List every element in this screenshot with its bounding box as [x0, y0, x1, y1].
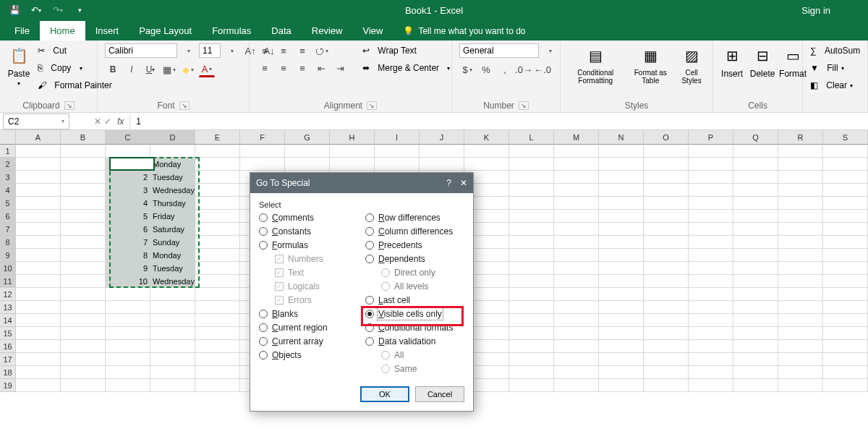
cell-I1[interactable]	[375, 145, 420, 158]
cell-S7[interactable]	[823, 223, 868, 236]
cell-A19[interactable]	[16, 379, 61, 392]
cell-Q8[interactable]	[733, 236, 778, 249]
col-header-L[interactable]: L	[509, 130, 554, 145]
cell-R2[interactable]	[778, 158, 823, 171]
cell-D11[interactable]: Wednesday	[150, 275, 195, 288]
radio-precedents[interactable]: Precedents	[365, 239, 464, 251]
cell-L3[interactable]	[509, 171, 554, 184]
radio-dependents[interactable]: Dependents	[365, 253, 464, 265]
cell-E15[interactable]	[195, 327, 240, 340]
cell-P10[interactable]	[689, 262, 733, 275]
cell-D4[interactable]: Wednesday	[150, 184, 195, 197]
help-icon[interactable]: ?	[446, 178, 451, 188]
cell-E6[interactable]	[195, 210, 240, 223]
accounting-format-icon[interactable]: $	[459, 61, 475, 77]
cell-S5[interactable]	[823, 197, 868, 210]
cell-N3[interactable]	[599, 171, 644, 184]
cell-S8[interactable]	[823, 236, 868, 249]
radio-row-differences[interactable]: Row differences	[365, 212, 464, 224]
cell-E1[interactable]	[195, 145, 240, 158]
cell-P5[interactable]	[689, 197, 733, 210]
cell-L11[interactable]	[509, 275, 554, 288]
cell-A13[interactable]	[16, 301, 61, 314]
cell-L6[interactable]	[509, 210, 554, 223]
cell-F2[interactable]	[240, 158, 285, 171]
cell-S16[interactable]	[823, 340, 868, 353]
sign-in-link[interactable]: Sign in	[801, 5, 830, 16]
cell-L17[interactable]	[509, 353, 554, 366]
cell-Q15[interactable]	[733, 327, 778, 340]
col-header-K[interactable]: K	[464, 130, 509, 145]
cell-N14[interactable]	[599, 314, 644, 327]
cell-O2[interactable]	[644, 158, 689, 171]
cell-N5[interactable]	[599, 197, 644, 210]
column-headers[interactable]: ABCDEFGHIJKLMNOPQRS	[16, 130, 868, 145]
cell-C10[interactable]: 9	[106, 262, 150, 275]
cell-S13[interactable]	[823, 301, 868, 314]
cell-Q4[interactable]	[733, 184, 778, 197]
indent-increase-icon[interactable]: ⇥	[332, 60, 348, 76]
cell-O1[interactable]	[644, 145, 689, 158]
cell-N9[interactable]	[599, 249, 644, 262]
cell-A4[interactable]	[16, 184, 61, 197]
paste-button[interactable]: 📋 Paste▾	[6, 43, 32, 88]
radio-conditional-formats[interactable]: Conditional formats	[365, 322, 464, 333]
cell-Q14[interactable]	[733, 314, 778, 327]
cell-A8[interactable]	[16, 236, 61, 249]
radio-last-cell[interactable]: Last cell	[365, 294, 464, 306]
cell-Q10[interactable]	[733, 262, 778, 275]
cell-A5[interactable]	[16, 197, 61, 210]
cell-M19[interactable]	[554, 379, 599, 392]
row-header-8[interactable]: 8	[0, 236, 16, 249]
dialog-launcher-icon[interactable]: ↘	[519, 101, 529, 110]
format-as-table-button[interactable]: ▦Format as Table	[629, 43, 673, 86]
cell-A9[interactable]	[16, 249, 61, 262]
fx-icon[interactable]: fx	[117, 116, 124, 127]
cell-S18[interactable]	[823, 366, 868, 379]
cell-S19[interactable]	[823, 379, 868, 392]
cell-C9[interactable]: 8	[106, 249, 150, 262]
cell-A16[interactable]	[16, 340, 61, 353]
radio-current-region[interactable]: Current region	[259, 322, 358, 333]
cell-Q7[interactable]	[733, 223, 778, 236]
cell-C5[interactable]: 4	[106, 197, 150, 210]
cell-L12[interactable]	[509, 288, 554, 301]
cell-Q16[interactable]	[733, 340, 778, 353]
cell-S12[interactable]	[823, 288, 868, 301]
cell-P18[interactable]	[689, 366, 733, 379]
cell-D2[interactable]: Monday	[150, 158, 195, 171]
cell-D1[interactable]	[150, 145, 195, 158]
cell-D5[interactable]: Thursday	[150, 197, 195, 210]
cell-N6[interactable]	[599, 210, 644, 223]
font-size-dd[interactable]	[224, 43, 239, 59]
cell-M13[interactable]	[554, 301, 599, 314]
cell-I2[interactable]	[375, 158, 420, 171]
col-header-C[interactable]: C	[106, 130, 150, 145]
dialog-launcher-icon[interactable]: ↘	[367, 101, 377, 110]
cell-L9[interactable]	[509, 249, 554, 262]
cell-M11[interactable]	[554, 275, 599, 288]
cell-O9[interactable]	[644, 249, 689, 262]
cell-E7[interactable]	[195, 223, 240, 236]
cell-B15[interactable]	[61, 327, 106, 340]
cell-E3[interactable]	[195, 171, 240, 184]
tab-insert[interactable]: Insert	[85, 21, 129, 41]
cell-B6[interactable]	[61, 210, 106, 223]
cell-B10[interactable]	[61, 262, 106, 275]
cell-G1[interactable]	[285, 145, 330, 158]
col-header-P[interactable]: P	[689, 130, 733, 145]
cell-P6[interactable]	[689, 210, 733, 223]
cell-Q9[interactable]	[733, 249, 778, 262]
cell-L5[interactable]	[509, 197, 554, 210]
col-header-B[interactable]: B	[61, 130, 106, 145]
cell-R5[interactable]	[778, 197, 823, 210]
cell-N13[interactable]	[599, 301, 644, 314]
cell-N19[interactable]	[599, 379, 644, 392]
row-header-15[interactable]: 15	[0, 327, 16, 340]
cell-C8[interactable]: 7	[106, 236, 150, 249]
cell-R14[interactable]	[778, 314, 823, 327]
formula-bar[interactable]: 1	[129, 114, 868, 129]
orientation-icon[interactable]: ⭯	[313, 43, 329, 59]
italic-button[interactable]: I	[124, 61, 140, 77]
cell-C11[interactable]: 10	[106, 275, 150, 288]
